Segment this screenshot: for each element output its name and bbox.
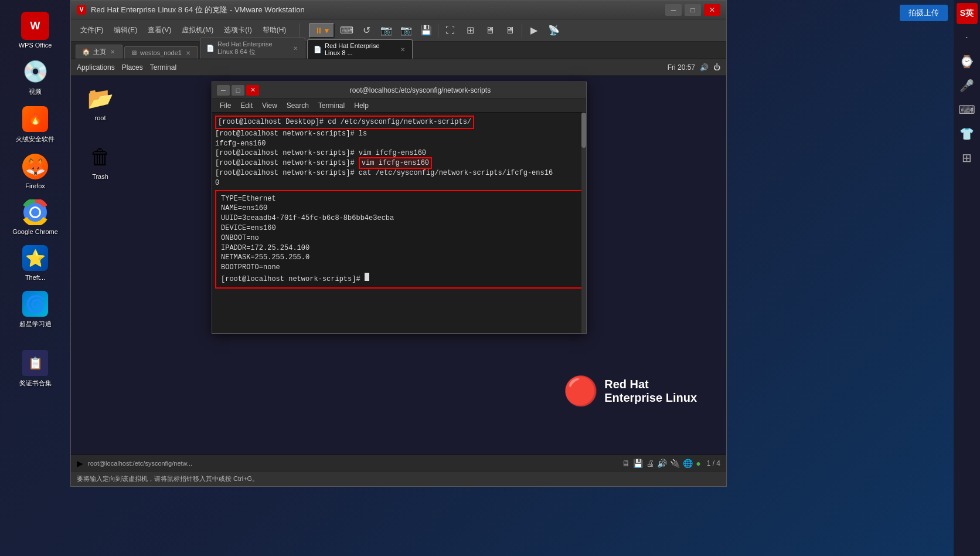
toolbar-icons: ⏸▾ ⌨ ↺ 📷 📷 💾 ⛶ ⊞ 🖥 🖥 ▶ 📡 (309, 22, 562, 39)
vm-desktop: Applications Places Terminal Fri 20:57 🔊… (71, 59, 726, 455)
vm-desktop-icon-root[interactable]: 📂 root (77, 82, 124, 124)
revert-button[interactable]: ↺ (358, 22, 375, 39)
tab-home-close[interactable]: ✕ (109, 49, 116, 55)
right-panel: S英 · ⌚ 🎤 ⌨ 👕 ⊞ (954, 0, 980, 556)
console-button[interactable]: ▶ (526, 22, 542, 39)
fullscreen-button[interactable]: ⛶ (442, 22, 458, 39)
toolbar-sep3 (522, 23, 522, 38)
terminal-line-6b: 0 (215, 178, 583, 188)
terminal-menu-view[interactable]: View (257, 100, 282, 111)
vmware-close-button[interactable]: ✕ (704, 4, 720, 16)
vmware-minimize-button[interactable]: ─ (665, 4, 682, 16)
terminal-menubar: File Edit View Search Terminal Help (212, 99, 586, 113)
tab-westos-close[interactable]: ✕ (185, 50, 192, 56)
sidebar-icon-huorong-label: 火绒安全软件 (16, 135, 55, 144)
terminal-minimize-button[interactable]: ─ (217, 85, 230, 96)
tab-rhel1-label: Red Hat Enterprise Linux 8 64 位 (217, 40, 289, 56)
pause-button[interactable]: ⏸▾ (309, 23, 335, 38)
vmware-tipbar: 要将输入定向到该虚拟机，请将鼠标指针移入其中或按 Ctrl+G。 (71, 471, 726, 486)
terminal-body[interactable]: [root@localhost Desktop]# cd /etc/syscon… (212, 113, 586, 333)
right-panel-mic-icon[interactable]: 🎤 (957, 75, 978, 96)
tab-home[interactable]: 🏠 主页 ✕ (76, 45, 122, 59)
menu-view[interactable]: 查看(V) (143, 23, 176, 37)
menu-vm[interactable]: 虚拟机(M) (177, 23, 218, 37)
config-line-6: IPADDR=172.25.254.100 (221, 243, 577, 253)
statusbar-network-icon: 🌐 (683, 459, 693, 468)
sidebar-icon-wps-label: WPS Office (19, 42, 52, 49)
tab-rhel1-close[interactable]: ✕ (292, 45, 299, 52)
tab-rhel2-close[interactable]: ✕ (399, 46, 406, 53)
trash-icon: 🗑 (86, 143, 114, 171)
terminal-close-button[interactable]: ✕ (246, 85, 259, 96)
display2-button[interactable]: 🖥 (502, 22, 518, 39)
terminal-menu-terminal[interactable]: Terminal (314, 100, 349, 111)
vmware-title: Red Hat Enterprise Linux 8 64 位 的克隆 - VM… (91, 5, 665, 15)
menu-help[interactable]: 帮助(H) (258, 23, 291, 37)
tab-rhel1-icon: 📄 (206, 45, 215, 52)
sidebar-icon-bottom1[interactable]: 📋 奖证书合集 (6, 346, 64, 391)
vmware-app-icon: V (77, 5, 86, 15)
tab-westos[interactable]: 🖥 westos_node1 ✕ (124, 46, 198, 59)
vm-desktop-icon-trash[interactable]: 🗑 Trash (77, 140, 124, 183)
host-sidebar: W WPS Office 💿 视频 🔥 火绒安全软件 🦊 Firefox (0, 0, 70, 556)
sidebar-icon-chrome[interactable]: Google Chrome (6, 195, 64, 238)
vmware-statusbar: ▶ root@localhost:/etc/sysconfig/netw... … (71, 455, 726, 471)
sidebar-icon-huorong[interactable]: 🔥 火绒安全软件 (6, 102, 64, 147)
tab-rhel1[interactable]: 📄 Red Hat Enterprise Linux 8 64 位 ✕ (200, 38, 305, 59)
send-ctrl-alt-del-button[interactable]: ⌨ (338, 22, 355, 39)
cmd-box-1: [root@localhost Desktop]# cd /etc/syscon… (215, 116, 474, 129)
right-panel-s-icon[interactable]: S英 (957, 3, 978, 24)
sidebar-icon-wps[interactable]: W WPS Office (6, 9, 64, 52)
right-panel-shirt-icon[interactable]: 👕 (957, 123, 978, 144)
display-button[interactable]: 🖥 (482, 22, 498, 39)
config-line-1: TYPE=Ethernet (221, 194, 577, 204)
rhel-menu-terminal[interactable]: Terminal (150, 63, 176, 72)
statusbar-page: 1 / 4 (707, 459, 720, 467)
terminal-menu-search[interactable]: Search (282, 100, 314, 111)
tab-home-label: 主页 (93, 48, 106, 56)
sidebar-icon-firefox[interactable]: 🦊 Firefox (6, 150, 64, 192)
sidebar-icon-chaoxing-label: Theft... (25, 274, 45, 281)
terminal-menu-help[interactable]: Help (349, 100, 373, 111)
terminal-line-3: ifcfg-ens160 (215, 139, 583, 149)
right-panel-grid-icon[interactable]: ⊞ (957, 147, 978, 168)
right-panel-keyboard-icon[interactable]: ⌨ (957, 99, 978, 120)
menu-tab[interactable]: 选项卡(I) (219, 23, 256, 37)
remote-button[interactable]: 📡 (546, 22, 562, 39)
cmd-highlight-vim: vim ifcfg-ens160 (359, 157, 432, 169)
rhel-power-icon[interactable]: ⏻ (713, 63, 720, 72)
sidebar-icon-chaoxing[interactable]: ⭐ Theft... (6, 241, 64, 284)
menu-edit[interactable]: 编辑(E) (109, 23, 142, 37)
statusbar-hd-icon: 💾 (633, 459, 643, 468)
sidebar-icon-video-label: 视频 (29, 87, 42, 96)
statusbar-vm-state: ● (696, 459, 700, 468)
redhat-text-line2: Enterprise Linux (604, 391, 697, 405)
terminal-line-2: [root@localhost network-scripts]# ls (215, 129, 583, 139)
vmware-maximize-button[interactable]: □ (685, 4, 701, 16)
virtual-disk-button[interactable]: 💾 (418, 22, 434, 39)
terminal-menu-file[interactable]: File (215, 100, 236, 111)
rhel-menu-places[interactable]: Places (122, 63, 143, 72)
vm-desktop-area: 📂 root 🗑 Trash ─ □ (71, 76, 726, 455)
terminal-menu-edit[interactable]: Edit (236, 100, 257, 111)
terminal-maximize-button[interactable]: □ (232, 85, 244, 96)
upload-button[interactable]: 拍摄上传 (900, 5, 948, 21)
statusbar-label: root@localhost:/etc/sysconfig/netw... (88, 460, 622, 467)
rhel-volume-icon: 🔊 (700, 63, 709, 72)
vmware-toolbar: 文件(F) 编辑(E) 查看(V) 虚拟机(M) 选项卡(I) 帮助(H) ⏸▾… (71, 19, 726, 42)
rhel-menu-applications[interactable]: Applications (77, 63, 115, 72)
sidebar-icon-video[interactable]: 💿 视频 (6, 55, 64, 99)
sidebar-icon-edge[interactable]: 🌀 超星学习通 (6, 287, 64, 331)
rhel-clock: Fri 20:57 🔊 ⏻ (668, 63, 720, 72)
config-line-7: NETMASK=255.255.255.0 (221, 253, 577, 263)
snapshot-button[interactable]: 📷 (378, 22, 394, 39)
terminal-scrollbar[interactable] (581, 113, 586, 333)
config-line-2: NAME=ens160 (221, 204, 577, 213)
unity-button[interactable]: ⊞ (462, 22, 478, 39)
restore-button[interactable]: 📷 (398, 22, 414, 39)
menu-file[interactable]: 文件(F) (76, 23, 108, 37)
right-panel-dot-icon[interactable]: · (957, 27, 978, 48)
tab-rhel2[interactable]: 📄 Red Hat Enterprise Linux 8 ... ✕ (307, 39, 413, 59)
right-panel-clock-icon[interactable]: ⌚ (957, 51, 978, 72)
redhat-logo: 🔴 Red Hat Enterprise Linux (563, 375, 697, 408)
